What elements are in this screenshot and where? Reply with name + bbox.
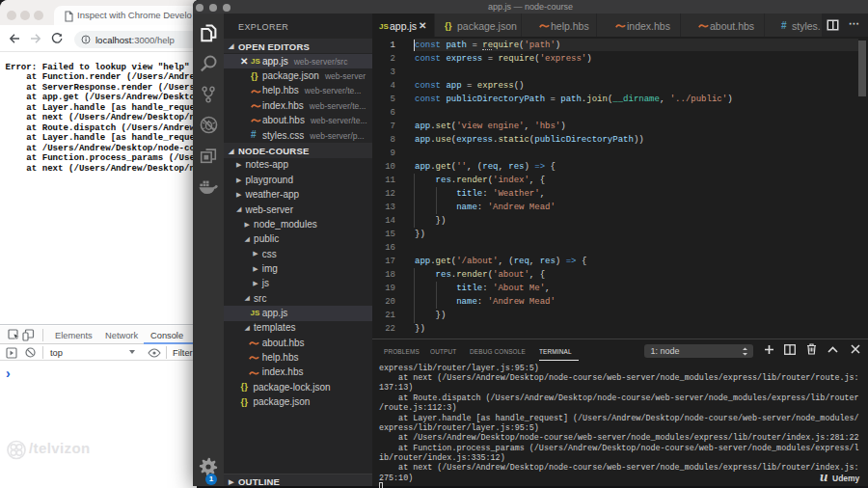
- svg-text:u: u: [820, 470, 827, 484]
- svg-text:Udemy: Udemy: [832, 473, 860, 482]
